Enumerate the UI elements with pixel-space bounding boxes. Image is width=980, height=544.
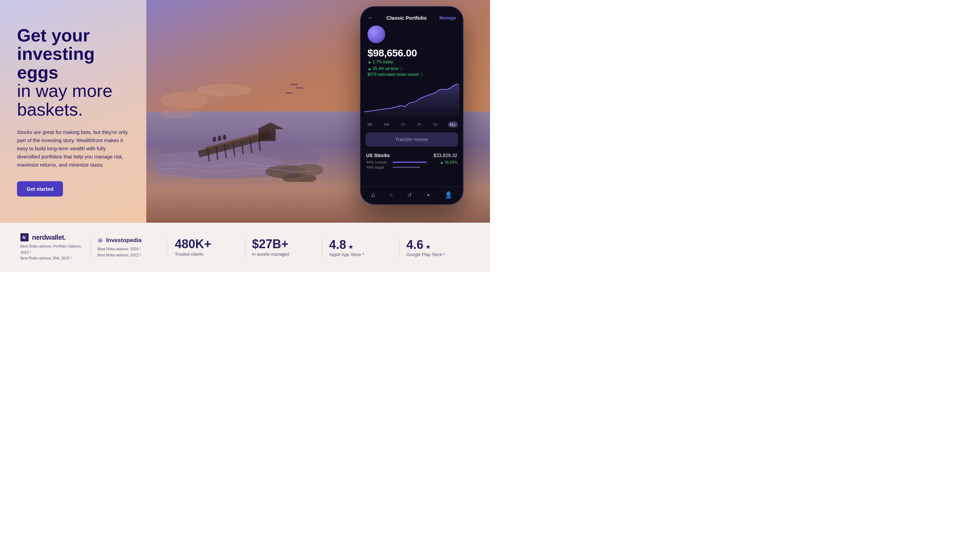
svg-point-13 bbox=[213, 137, 216, 142]
hero-section: Get your investing eggs in way more bask… bbox=[0, 0, 490, 223]
assets-stat-label: In assets managed bbox=[252, 252, 315, 257]
phone-mockup: ← Classic Portfolio Manage $98,656.00 ▲ … bbox=[361, 7, 463, 204]
bar-target-label: 44% target bbox=[366, 165, 390, 169]
phone-header: ← Classic Portfolio Manage bbox=[361, 11, 463, 24]
holdings-row: US Stocks $33,829.32 44% current ▲ 36.63… bbox=[361, 149, 463, 174]
portfolio-stats: ▲ 35.4% all time ⓘ $579 estimated taxes … bbox=[368, 66, 456, 77]
nerdwallet-logo-row: N nerdwallet. bbox=[21, 233, 84, 241]
hero-right-panel: ← Classic Portfolio Manage $98,656.00 ▲ … bbox=[146, 0, 490, 223]
svg-rect-11 bbox=[259, 129, 275, 141]
app-store-star-icon: ★ bbox=[348, 243, 353, 251]
current-bar bbox=[393, 162, 427, 163]
holding-value: $33,829.32 bbox=[434, 153, 457, 158]
page-wrapper: Get your investing eggs in way more bask… bbox=[0, 0, 490, 272]
investopedia-name: Investopedia bbox=[106, 237, 142, 244]
play-store-label: Google Play Store ² bbox=[406, 252, 469, 257]
holdings-bar-current: 44% current ▲ 36.63% bbox=[366, 160, 457, 164]
nerdwallet-item: N nerdwallet. Best Robo-advisor, Portfol… bbox=[21, 233, 84, 262]
investopedia-sub1: Best Robo-advisor, 2020 ¹ bbox=[98, 246, 161, 252]
clients-stat-label: Trusted clients bbox=[175, 252, 238, 257]
portfolio-chart bbox=[361, 82, 463, 119]
bar-current-label: 44% current bbox=[366, 160, 390, 164]
headline-line4: baskets. bbox=[17, 100, 83, 119]
play-store-rating-row: 4.6 ★ bbox=[406, 238, 469, 252]
app-store-rating-num: 4.8 bbox=[329, 238, 346, 252]
time-3m[interactable]: 3M bbox=[366, 121, 374, 127]
svg-point-15 bbox=[223, 135, 226, 140]
balance-section: $98,656.00 ▲ 1.7% today ▲ 35.4% all time… bbox=[361, 44, 463, 82]
time-3y[interactable]: 3Y bbox=[415, 121, 423, 127]
headline-line1: Get your bbox=[17, 25, 90, 45]
app-store-label: Apple App Store ² bbox=[329, 252, 392, 257]
pier-illustration bbox=[156, 73, 327, 182]
play-store-item: 4.6 ★ Google Play Store ² bbox=[406, 238, 469, 257]
svg-point-14 bbox=[218, 136, 221, 141]
investopedia-logo-row: ⊕ Investopedia bbox=[98, 236, 161, 244]
nerdwallet-sub2: Best Robo-advisor, IRA, 2022 ¹ bbox=[21, 255, 84, 262]
all-time-stat: ▲ 35.4% all time ⓘ bbox=[368, 66, 456, 71]
taxes-stat: $579 estimated taxes saved ⓘ bbox=[368, 72, 456, 77]
bottom-strip: N nerdwallet. Best Robo-advisor, Portfol… bbox=[0, 223, 490, 272]
headline-line2: investing eggs bbox=[17, 44, 95, 82]
assets-stat-item: $27B+ In assets managed bbox=[252, 238, 315, 257]
divider-5 bbox=[399, 237, 399, 258]
nerdwallet-icon: N bbox=[21, 233, 29, 241]
investopedia-icon: ⊕ bbox=[98, 236, 103, 244]
nav-home-icon[interactable]: ⌂ bbox=[371, 192, 375, 198]
holding-change: ▲ 36.63% bbox=[440, 160, 457, 164]
svg-point-22 bbox=[160, 109, 194, 119]
svg-text:N: N bbox=[22, 235, 25, 240]
svg-point-21 bbox=[197, 84, 252, 96]
assets-stat-number: $27B+ bbox=[252, 238, 315, 250]
holding-name: US Stocks bbox=[366, 153, 390, 158]
divider-3 bbox=[245, 237, 245, 258]
clients-stat-number: 480K+ bbox=[175, 238, 238, 250]
get-started-button[interactable]: Get started bbox=[17, 181, 63, 197]
target-bar bbox=[393, 167, 420, 168]
time-selector: 3M 6M 1Y 3Y 5Y ALL bbox=[361, 119, 463, 130]
transfer-money-button[interactable]: Transfer money bbox=[366, 132, 458, 146]
time-5y[interactable]: 5Y bbox=[432, 121, 440, 127]
holdings-header: US Stocks $33,829.32 bbox=[366, 153, 457, 158]
holdings-bar-target: 44% target bbox=[366, 165, 457, 169]
app-store-rating-row: 4.8 ★ bbox=[329, 238, 392, 252]
investopedia-sub2: Best Robo-advisor, 2022 ¹ bbox=[98, 252, 161, 259]
time-6m[interactable]: 6M bbox=[382, 121, 391, 127]
nav-send-icon[interactable]: ➤ bbox=[426, 192, 430, 198]
portfolio-avatar bbox=[368, 25, 385, 43]
divider-1 bbox=[91, 237, 91, 258]
play-store-star-icon: ★ bbox=[425, 243, 431, 251]
phone-portfolio-title: Classic Portfolio bbox=[387, 15, 427, 21]
all-time-value: ▲ 35.4% all time bbox=[368, 66, 398, 71]
phone-status-bar bbox=[361, 7, 463, 11]
time-all[interactable]: ALL bbox=[448, 121, 458, 127]
nav-transfer-icon[interactable]: ↺ bbox=[407, 192, 412, 198]
nav-profile-icon[interactable]: 👤 bbox=[445, 191, 452, 198]
time-1y[interactable]: 1Y bbox=[399, 121, 407, 127]
divider-4 bbox=[322, 237, 322, 258]
taxes-saved-value: $579 estimated taxes saved bbox=[368, 72, 418, 77]
app-store-item: 4.8 ★ Apple App Store ² bbox=[329, 238, 392, 257]
portfolio-balance: $98,656.00 bbox=[368, 47, 456, 59]
nerdwallet-name: nerdwallet. bbox=[32, 233, 66, 241]
change-today: ▲ 1.7% today bbox=[368, 60, 456, 64]
svg-marker-12 bbox=[257, 122, 284, 129]
nerdwallet-sub1: Best Robo-advisor, Portfolio Options, 20… bbox=[21, 243, 84, 255]
phone-bottom-nav: ⌂ ○ ↺ ➤ 👤 bbox=[361, 187, 463, 204]
headline-line3: in way more bbox=[17, 81, 112, 101]
nav-search-icon[interactable]: ○ bbox=[389, 192, 393, 198]
change-today-text: ▲ 1.7% today bbox=[368, 60, 393, 64]
divider-2 bbox=[168, 237, 168, 258]
hero-body-text: Stocks are great for making bets, but th… bbox=[17, 128, 129, 169]
phone-manage-button[interactable]: Manage bbox=[440, 15, 456, 21]
play-store-rating-num: 4.6 bbox=[406, 238, 423, 252]
hero-headline: Get your investing eggs in way more bask… bbox=[17, 26, 129, 119]
phone-back-button[interactable]: ← bbox=[368, 14, 374, 21]
clients-stat-item: 480K+ Trusted clients bbox=[175, 238, 238, 257]
investopedia-item: ⊕ Investopedia Best Robo-advisor, 2020 ¹… bbox=[98, 236, 161, 258]
hero-left-panel: Get your investing eggs in way more bask… bbox=[0, 0, 146, 223]
